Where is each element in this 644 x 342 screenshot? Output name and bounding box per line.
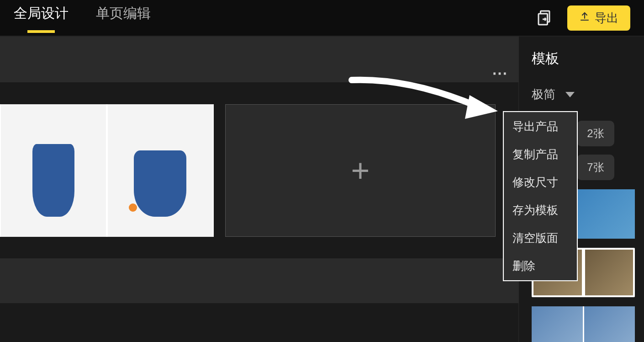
- app-header: 全局设计 单页编辑 导出: [0, 0, 644, 37]
- ctx-label: 修改尺寸: [512, 176, 558, 188]
- canvas-spacer: [0, 37, 518, 82]
- header-actions: 导出: [537, 5, 630, 31]
- template-thumb[interactable]: [532, 306, 635, 342]
- tab-global-design[interactable]: 全局设计: [14, 4, 69, 32]
- ctx-copy-product[interactable]: 复制产品: [504, 140, 576, 168]
- sidebar-title: 模板: [532, 49, 644, 68]
- context-menu: 导出产品 复制产品 修改尺寸 存为模板 清空版面 删除: [504, 112, 577, 280]
- ctx-clear-layout[interactable]: 清空版面: [504, 224, 576, 252]
- ctx-label: 存为模板: [512, 203, 558, 216]
- pill-label: 2张: [587, 127, 604, 139]
- ctx-label: 复制产品: [512, 148, 558, 160]
- more-options-button[interactable]: ⋯: [492, 64, 508, 82]
- spread-1[interactable]: [0, 104, 214, 237]
- ellipsis-icon: ⋯: [492, 64, 508, 82]
- chevron-down-icon: [565, 92, 575, 97]
- tab-label: 全局设计: [14, 5, 69, 21]
- ctx-label: 导出产品: [512, 120, 558, 133]
- ctx-delete[interactable]: 删除: [504, 252, 576, 280]
- count-pill-7[interactable]: 7张: [577, 155, 614, 180]
- canvas-band: +: [0, 37, 518, 342]
- pill-label: 7张: [587, 161, 604, 173]
- canvas-spacer: [0, 258, 518, 303]
- style-dropdown[interactable]: 极简: [532, 86, 644, 102]
- photo-slot[interactable]: [108, 104, 213, 237]
- spread-add-placeholder[interactable]: +: [225, 104, 496, 237]
- canvas-zone: + ⋯ 导出产品 复制产品 修改尺寸 存为模板 清空版面 删除: [0, 37, 518, 342]
- copy-files-icon[interactable]: [537, 10, 554, 26]
- ctx-export-product[interactable]: 导出产品: [504, 112, 576, 140]
- canvas-spacer: [0, 303, 518, 342]
- count-pill-2[interactable]: 2张: [577, 121, 614, 146]
- canvas-spreads-row: +: [0, 82, 518, 258]
- ctx-save-as-template[interactable]: 存为模板: [504, 196, 576, 224]
- tab-label: 单页编辑: [96, 5, 151, 21]
- ctx-resize[interactable]: 修改尺寸: [504, 168, 576, 196]
- photo-slot[interactable]: [1, 104, 106, 237]
- export-label: 导出: [595, 10, 618, 26]
- export-button[interactable]: 导出: [567, 5, 630, 31]
- ctx-label: 删除: [512, 259, 535, 272]
- tab-single-page-edit[interactable]: 单页编辑: [96, 4, 151, 32]
- style-label: 极简: [532, 86, 555, 102]
- header-tabs: 全局设计 单页编辑: [14, 4, 151, 32]
- ctx-label: 清空版面: [512, 231, 558, 244]
- main-area: + ⋯ 导出产品 复制产品 修改尺寸 存为模板 清空版面 删除 模板: [0, 37, 644, 342]
- upload-icon: [579, 11, 590, 25]
